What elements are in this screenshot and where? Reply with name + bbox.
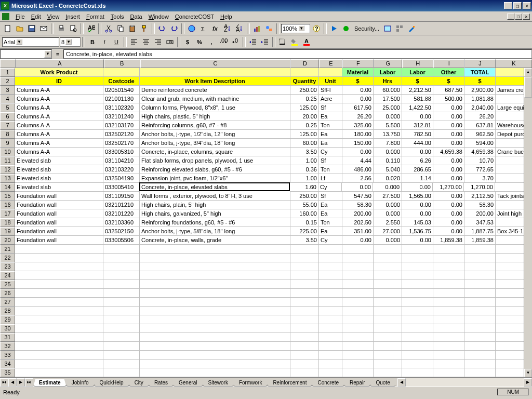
cell[interactable]: 772.65 xyxy=(464,165,496,174)
cell[interactable] xyxy=(103,351,140,360)
cell[interactable]: Work Product xyxy=(15,68,103,77)
cell[interactable]: Cy xyxy=(319,236,342,245)
cell[interactable]: 312.81 xyxy=(402,121,433,130)
scroll-left-icon[interactable]: ◀ xyxy=(397,378,406,387)
cell[interactable] xyxy=(374,307,402,315)
cell[interactable] xyxy=(290,368,319,377)
fill-color-icon[interactable] xyxy=(289,36,300,48)
cell[interactable]: 033005410 xyxy=(103,183,140,192)
tab-last-icon[interactable]: ⏭ xyxy=(25,378,33,387)
minimize-button[interactable]: _ xyxy=(504,2,512,9)
cell[interactable] xyxy=(402,254,433,262)
cell[interactable] xyxy=(319,324,342,333)
col-header-J[interactable]: J xyxy=(464,59,496,68)
cell[interactable]: 286.65 xyxy=(402,165,433,174)
cell[interactable]: Anchor bolts, j-type, 3/4"dia, 18" long xyxy=(140,139,290,148)
cell[interactable] xyxy=(290,262,319,271)
cell[interactable]: 2,900.00 xyxy=(464,86,496,95)
cell[interactable]: Columns A-A xyxy=(15,130,103,139)
cell[interactable] xyxy=(374,254,402,262)
cell[interactable]: 4,659.38 xyxy=(433,148,464,156)
cell[interactable]: 27.000 xyxy=(374,227,402,236)
cell[interactable] xyxy=(433,280,464,289)
menu-help[interactable]: Help xyxy=(217,12,235,21)
cell[interactable]: 0.00 xyxy=(433,209,464,218)
cell[interactable]: Expansion joint, pvc foam, 1/2"x6" xyxy=(140,174,290,183)
cell[interactable]: Concrete, in-place, columns, square xyxy=(140,148,290,156)
cell[interactable] xyxy=(433,360,464,368)
cell[interactable] xyxy=(319,360,342,368)
row-header[interactable]: 18 xyxy=(0,218,15,227)
row-header[interactable]: 9 xyxy=(0,139,15,148)
cell[interactable] xyxy=(464,254,496,262)
cell[interactable] xyxy=(15,254,103,262)
row-header[interactable]: 17 xyxy=(0,209,15,218)
cell[interactable] xyxy=(464,368,496,377)
name-box[interactable]: ▼ xyxy=(0,49,52,59)
cell[interactable] xyxy=(374,368,402,377)
cell[interactable] xyxy=(402,289,433,298)
cell[interactable] xyxy=(342,254,374,262)
row-header[interactable]: 25 xyxy=(0,280,15,289)
cell[interactable]: Concrete, in-place, walls, grade xyxy=(140,236,290,245)
font-color-icon[interactable]: A xyxy=(301,36,312,48)
row-header[interactable]: 13 xyxy=(0,174,15,183)
cell[interactable] xyxy=(103,315,140,324)
cell[interactable]: Columns A-A xyxy=(15,139,103,148)
cell[interactable] xyxy=(140,262,290,271)
row-header[interactable]: 28 xyxy=(0,307,15,315)
cell[interactable]: 032502170 xyxy=(103,139,140,148)
cell[interactable]: 0.00 xyxy=(433,121,464,130)
cell[interactable]: 60.000 xyxy=(374,86,402,95)
cell[interactable] xyxy=(319,368,342,377)
row-header[interactable]: 33 xyxy=(0,351,15,360)
row-header[interactable]: 29 xyxy=(0,315,15,324)
cell[interactable] xyxy=(402,271,433,280)
autosum-icon[interactable]: Σ xyxy=(198,23,209,34)
cell[interactable] xyxy=(103,254,140,262)
cell[interactable] xyxy=(342,333,374,342)
cell[interactable] xyxy=(103,360,140,368)
sheet-tab-rates[interactable]: Rates xyxy=(149,379,174,387)
decrease-decimal-icon[interactable]: .0 xyxy=(230,36,241,48)
cell[interactable]: Sf xyxy=(319,156,342,165)
cell[interactable]: 26.20 xyxy=(342,112,374,121)
cell[interactable] xyxy=(374,333,402,342)
cell[interactable] xyxy=(290,351,319,360)
col-header-A[interactable]: A xyxy=(16,59,104,68)
row-header[interactable]: 34 xyxy=(0,360,15,368)
cell[interactable]: 3.50 xyxy=(290,148,319,156)
cell[interactable] xyxy=(103,324,140,333)
cell[interactable]: High chairs, galvanized, 5" high xyxy=(140,209,290,218)
row-header[interactable]: 24 xyxy=(0,271,15,280)
cell[interactable]: 2,040.00 xyxy=(464,103,496,112)
cell[interactable]: 500.00 xyxy=(433,95,464,103)
cell[interactable]: 1,887.75 xyxy=(464,227,496,236)
row-header[interactable]: 11 xyxy=(0,156,15,165)
cell[interactable]: 0.00 xyxy=(402,201,433,209)
cell[interactable]: 617.50 xyxy=(342,103,374,112)
cell[interactable]: 0.00 xyxy=(342,148,374,156)
cell[interactable] xyxy=(103,289,140,298)
tab-prev-icon[interactable]: ◀ xyxy=(8,378,17,387)
col-header-G[interactable]: G xyxy=(374,59,402,68)
cell[interactable]: Columns A-A xyxy=(15,121,103,130)
cell[interactable]: 486.00 xyxy=(342,165,374,174)
cell[interactable]: 687.50 xyxy=(433,86,464,95)
cell[interactable] xyxy=(290,360,319,368)
cell[interactable] xyxy=(342,360,374,368)
cell[interactable] xyxy=(374,298,402,307)
redo-icon[interactable] xyxy=(168,23,180,34)
cell[interactable]: 032103170 xyxy=(103,121,140,130)
cell[interactable]: Elevated slab xyxy=(15,183,103,192)
cell[interactable]: Foundation wall xyxy=(15,192,103,201)
scroll-down-icon[interactable]: ▼ xyxy=(524,369,532,377)
cell[interactable] xyxy=(290,68,319,77)
cell[interactable] xyxy=(15,315,103,324)
cell[interactable]: 55.00 xyxy=(290,201,319,209)
row-header[interactable]: 10 xyxy=(0,148,15,156)
cell[interactable] xyxy=(319,289,342,298)
sheet-tab-quote[interactable]: Quote xyxy=(370,379,395,387)
new-icon[interactable] xyxy=(2,23,14,34)
cell[interactable] xyxy=(290,289,319,298)
